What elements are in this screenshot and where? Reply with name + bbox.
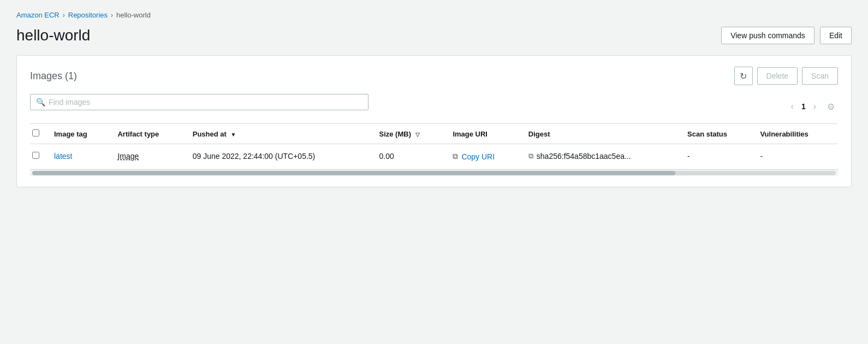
select-all-checkbox[interactable] (32, 129, 39, 137)
td-pushed-at: 09 June 2022, 22:44:00 (UTC+05.5) (186, 144, 373, 169)
digest-value: sha256:f54a58bc1aac5ea... (537, 152, 631, 161)
breadcrumb: Amazon ECR › Repositories › hello-world (16, 11, 852, 19)
td-size-mb: 0.00 (372, 144, 446, 169)
search-icon: 🔍 (36, 98, 45, 106)
td-select[interactable] (30, 144, 47, 169)
breadcrumb-current: hello-world (116, 11, 151, 19)
breadcrumb-sep-2: › (111, 11, 113, 19)
card-actions: ↻ Delete Scan (734, 67, 838, 85)
digest-copy-icon[interactable]: ⧉ (528, 152, 533, 161)
th-pushed-at[interactable]: Pushed at ▼ (186, 124, 373, 144)
artifact-type-value: Image (117, 152, 139, 161)
td-digest: ⧉ sha256:f54a58bc1aac5ea... (522, 144, 681, 169)
td-vulnerabilities: - (753, 144, 838, 169)
table-row: latest Image 09 June 2022, 22:44:00 (UTC… (30, 144, 838, 169)
scrollbar-track (32, 171, 836, 175)
scrollbar-thumb (32, 171, 675, 175)
search-bar[interactable]: 🔍 (30, 94, 368, 110)
th-artifact-type: Artifact type (111, 124, 186, 144)
image-tag-link[interactable]: latest (54, 152, 72, 161)
pagination-page-number: 1 (801, 102, 806, 111)
table-header-row: Image tag Artifact type Pushed at ▼ Size… (30, 124, 838, 144)
page-header: hello-world View push commands Edit (16, 27, 852, 44)
th-size-mb[interactable]: Size (MB) ▽ (372, 124, 446, 144)
images-card: Images (1) ↻ Delete Scan 🔍 ‹ 1 › ⚙ (16, 55, 852, 187)
th-image-tag: Image tag (47, 124, 111, 144)
th-scan-status: Scan status (681, 124, 753, 144)
th-image-uri: Image URI (446, 124, 521, 144)
search-input[interactable] (49, 98, 362, 106)
breadcrumb-repositories[interactable]: Repositories (68, 11, 108, 19)
pagination-controls: ‹ 1 › ⚙ (788, 100, 838, 113)
images-table: Image tag Artifact type Pushed at ▼ Size… (30, 124, 838, 169)
td-image-tag: latest (47, 144, 111, 169)
table-settings-button[interactable]: ⚙ (824, 100, 838, 113)
refresh-button[interactable]: ↻ (734, 67, 753, 85)
uri-cell: ⧉ Copy URI (453, 152, 515, 161)
card-header: Images (1) ↻ Delete Scan (30, 67, 838, 85)
digest-cell: ⧉ sha256:f54a58bc1aac5ea... (528, 152, 674, 161)
row-checkbox[interactable] (32, 152, 39, 159)
header-actions: View push commands Edit (721, 27, 852, 44)
td-image-uri: ⧉ Copy URI (446, 144, 521, 169)
breadcrumb-ecr[interactable]: Amazon ECR (16, 11, 60, 19)
breadcrumb-sep-1: › (63, 11, 65, 19)
search-pagination-row: 🔍 ‹ 1 › ⚙ (30, 94, 838, 119)
copy-uri-icon[interactable]: ⧉ (453, 152, 458, 161)
horizontal-scrollbar[interactable] (30, 169, 838, 176)
scan-button[interactable]: Scan (802, 67, 838, 85)
pagination-prev-button[interactable]: ‹ (788, 100, 797, 112)
pushed-at-sort-icon: ▼ (230, 132, 236, 138)
images-table-wrapper: Image tag Artifact type Pushed at ▼ Size… (30, 123, 838, 169)
pagination-next-button[interactable]: › (810, 100, 819, 112)
page-title: hello-world (16, 27, 90, 44)
view-push-commands-button[interactable]: View push commands (721, 27, 815, 44)
td-artifact-type: Image (111, 144, 186, 169)
delete-button[interactable]: Delete (757, 67, 798, 85)
card-title: Images (1) (30, 70, 77, 82)
copy-uri-link[interactable]: Copy URI (461, 152, 495, 161)
th-select-all[interactable] (30, 124, 47, 144)
edit-button[interactable]: Edit (820, 27, 852, 44)
th-digest: Digest (522, 124, 681, 144)
th-vulnerabilities: Vulnerabilities (753, 124, 838, 144)
size-sort-icon: ▽ (415, 132, 420, 138)
td-scan-status: - (681, 144, 753, 169)
